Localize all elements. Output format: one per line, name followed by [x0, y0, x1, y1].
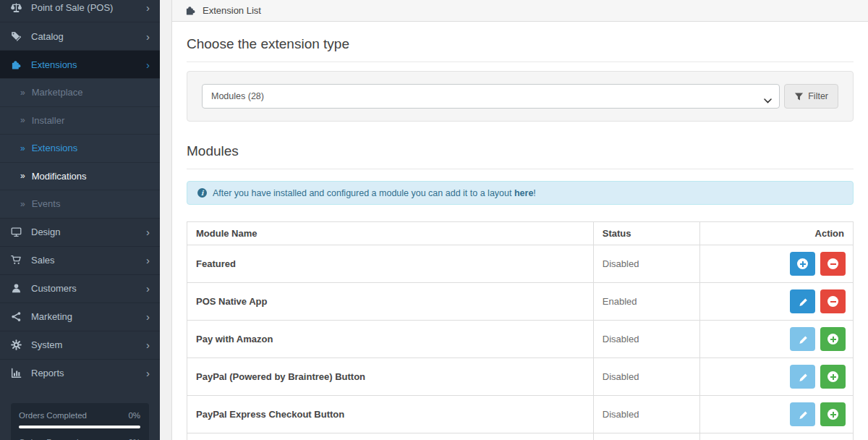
stat-label: Orders Processing: [19, 438, 88, 440]
panel-body: Choose the extension type Modules (28) F…: [172, 22, 868, 440]
col-action: Action: [700, 222, 854, 245]
extension-type-select[interactable]: Modules (28): [202, 84, 780, 109]
module-status: Disabled: [593, 358, 699, 396]
module-status: Disabled: [593, 245, 699, 283]
double-chevron-icon: »: [20, 199, 25, 209]
double-chevron-icon: »: [20, 143, 25, 153]
sidebar-subitem-modifications[interactable]: »Modifications: [0, 162, 160, 190]
sidebar-item-label: System: [31, 339, 146, 350]
sidebar-item-marketing[interactable]: Marketing›: [0, 302, 160, 331]
sidebar-subitem-marketplace[interactable]: »Marketplace: [0, 78, 160, 106]
alert-text: After you have installed and configured …: [213, 188, 536, 198]
pencil-button[interactable]: [790, 402, 815, 426]
sidebar-item-customers[interactable]: Customers›: [0, 274, 160, 302]
double-chevron-icon: »: [20, 88, 25, 98]
col-status: Status: [593, 222, 699, 245]
plus-circle-button[interactable]: [820, 327, 846, 351]
chevron-right-icon: ›: [146, 2, 150, 13]
stat-value: 0%: [128, 438, 140, 440]
gear-icon: [10, 339, 22, 350]
main-content: Extension List Choose the extension type…: [160, 0, 868, 440]
scale-icon: [10, 2, 22, 13]
module-status: Disabled: [593, 396, 699, 433]
module-name: PayPal (Powered by Braintree) Button: [187, 358, 594, 396]
extension-type-well: Modules (28) Filter: [187, 71, 854, 122]
content-panel: Extension List Choose the extension type…: [171, 0, 868, 440]
sidebar-item-point-of-sale-pos[interactable]: Point of Sale (POS)›: [0, 0, 160, 22]
here-link[interactable]: here: [514, 188, 533, 198]
double-chevron-icon: »: [20, 171, 25, 181]
chevron-right-icon: ›: [146, 31, 150, 42]
funnel-icon: [794, 92, 804, 101]
sidebar-subitem-label: Events: [32, 198, 150, 209]
sidebar-item-extensions[interactable]: Extensions›: [0, 50, 160, 78]
puzzle-icon: [185, 5, 196, 16]
sidebar-item-label: Design: [31, 227, 146, 237]
plus-circle-icon: [827, 371, 838, 382]
minus-circle-button[interactable]: [820, 252, 846, 276]
sidebar-item-label: Extensions: [31, 59, 146, 70]
stat-label: Orders Completed: [19, 411, 87, 420]
module-name: Featured: [187, 245, 594, 283]
sidebar-item-label: Point of Sale (POS): [31, 2, 146, 13]
module-actions: [700, 283, 854, 321]
sidebar-item-design[interactable]: Design›: [0, 218, 160, 246]
layout-info-alert: i After you have installed and configure…: [187, 181, 854, 205]
module-actions: [700, 321, 854, 358]
monitor-icon: [10, 227, 22, 237]
stat-orders-processing: Orders Processing0%: [19, 438, 140, 440]
table-row: POS Native AppEnabled: [187, 283, 854, 321]
chevron-right-icon: ›: [146, 311, 150, 322]
puzzle-icon: [10, 59, 22, 70]
plus-circle-button[interactable]: [790, 252, 815, 276]
module-status: Disabled: [593, 321, 699, 358]
sidebar-item-reports[interactable]: Reports›: [0, 359, 160, 387]
module-actions: [700, 358, 854, 396]
table-row: FeaturedDisabled: [187, 245, 854, 283]
col-module-name: Module Name: [187, 222, 594, 245]
sidebar-item-sales[interactable]: Sales›: [0, 246, 160, 274]
sidebar-subitem-label: Marketplace: [32, 87, 150, 98]
sidebar-subitem-installer[interactable]: »Installer: [0, 106, 160, 135]
sidebar-item-catalog[interactable]: Catalog›: [0, 22, 160, 50]
sidebar-item-label: Catalog: [31, 31, 146, 42]
sidebar-item-label: Reports: [31, 368, 146, 378]
stat-orders-completed: Orders Completed0%: [19, 411, 140, 420]
plus-circle-icon: [797, 258, 808, 269]
module-status: Disabled: [593, 433, 699, 440]
plus-circle-icon: [827, 409, 838, 420]
page-title: Choose the extension type: [187, 36, 854, 62]
plus-circle-icon: [827, 334, 838, 344]
pencil-button[interactable]: [790, 327, 815, 351]
module-actions: [700, 433, 854, 440]
pencil-icon: [798, 410, 808, 420]
sidebar-item-system[interactable]: System›: [0, 331, 160, 359]
sidebar-subitem-label: Installer: [32, 115, 150, 126]
plus-circle-button[interactable]: [820, 365, 846, 389]
modules-table-body: FeaturedDisabledPOS Native AppEnabledPay…: [187, 245, 854, 440]
sidebar-subitem-label: Modifications: [32, 171, 150, 182]
minus-circle-icon: [827, 296, 838, 307]
orders-stats-panel: Orders Completed0%Orders Processing0%: [11, 403, 149, 440]
filter-button[interactable]: Filter: [784, 84, 838, 109]
sidebar-item-label: Customers: [31, 283, 146, 294]
chevron-right-icon: ›: [146, 339, 150, 350]
sidebar-subitem-label: Extensions: [32, 143, 150, 153]
sidebar-subitem-events[interactable]: »Events: [0, 190, 160, 218]
sidebar-item-label: Marketing: [31, 311, 146, 322]
table-header-row: Module Name Status Action: [187, 222, 854, 245]
pencil-button[interactable]: [790, 365, 815, 389]
table-row: PayPal Express Checkout ButtonDisabled: [187, 396, 854, 433]
sidebar-subitem-extensions[interactable]: »Extensions: [0, 134, 160, 162]
sidebar-item-label: Sales: [31, 255, 146, 266]
plus-circle-button[interactable]: [820, 402, 846, 426]
module-status: Enabled: [593, 283, 699, 321]
tags-icon: [10, 31, 22, 42]
module-name: Pilibaba checkout: [187, 433, 594, 440]
pencil-icon: [798, 334, 808, 344]
chart-icon: [10, 368, 22, 378]
minus-circle-button[interactable]: [820, 289, 846, 313]
extension-type-select-wrap: Modules (28): [202, 84, 780, 109]
chevron-right-icon: ›: [146, 255, 150, 266]
pencil-button[interactable]: [790, 289, 815, 313]
